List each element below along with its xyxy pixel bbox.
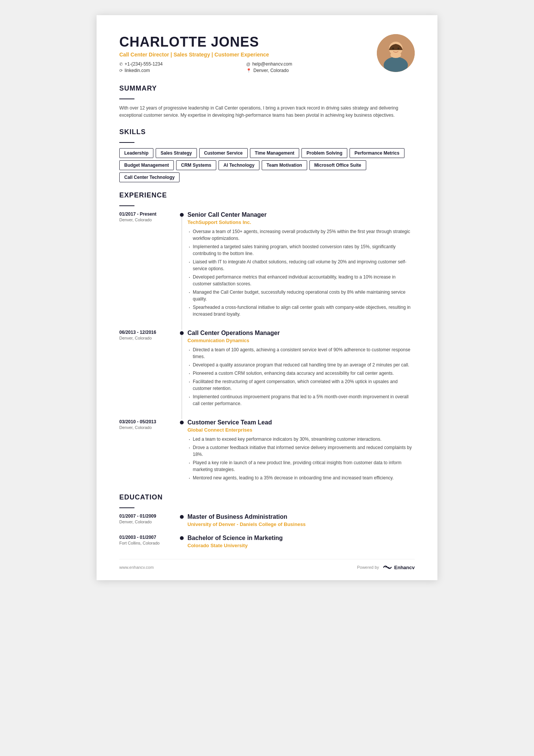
bullet-item: Facilitated the restructuring of agent c… (187, 378, 415, 392)
exp-divider (180, 211, 187, 319)
header: CHARLOTTE JONES Call Center Director | S… (119, 34, 415, 73)
experience-item: 06/2013 - 12/2016 Denver, Colorado Call … (119, 330, 415, 409)
bullet-item: Liaised with IT to integrate AI chatbot … (187, 258, 415, 272)
exp-job-title: Senior Call Center Manager (187, 211, 415, 218)
experience-section: EXPERIENCE 01/2017 - Present Denver, Col… (119, 191, 415, 483)
contact-grid: ✆ +1-(234)-555-1234 @ help@enhancv.com ⟳… (119, 61, 365, 73)
summary-section: SUMMARY With over 12 years of progressiv… (119, 85, 415, 119)
footer: www.enhancv.com Powered by Enhancv (119, 559, 415, 571)
skill-tag: Customer Service (199, 148, 248, 158)
exp-company: Global Connect Enterprises (187, 427, 415, 433)
linkedin-contact: ⟳ linkedin.com (119, 68, 239, 73)
header-left: CHARLOTTE JONES Call Center Director | S… (119, 34, 365, 73)
bullet-item: Led a team to exceed key performance ind… (187, 436, 415, 443)
edu-degree: Master of Business Administration (187, 513, 415, 520)
location-icon: 📍 (246, 68, 251, 73)
skill-tag: Leadership (119, 148, 153, 158)
phone-contact: ✆ +1-(234)-555-1234 (119, 61, 239, 67)
exp-line (181, 217, 182, 330)
exp-company: Communication Dynamics (187, 338, 415, 343)
exp-right: Senior Call Center Manager TechSupport S… (187, 211, 415, 319)
exp-dot (180, 213, 184, 217)
exp-location: Denver, Colorado (119, 425, 180, 430)
svg-point-6 (398, 48, 400, 50)
skill-tag: AI Technology (219, 160, 259, 170)
edu-date: 01/2003 - 01/2007 (119, 535, 180, 540)
edu-location: Fort Collins, Colorado (119, 541, 180, 545)
exp-divider (180, 419, 187, 483)
skill-tag: Team Motivation (262, 160, 307, 170)
edu-divider (180, 535, 187, 548)
edu-right: Master of Business Administration Univer… (187, 513, 415, 527)
experience-divider (119, 205, 134, 206)
exp-date: 06/2013 - 12/2016 (119, 330, 180, 335)
powered-by-label: Powered by (357, 565, 379, 570)
bullet-item: Played a key role in launch of a new pro… (187, 459, 415, 473)
enhancv-logo: Enhancv (382, 564, 415, 571)
footer-website: www.enhancv.com (119, 565, 154, 570)
bullet-item: Implemented continuous improvement progr… (187, 393, 415, 407)
phone-icon: ✆ (119, 62, 123, 67)
exp-location: Denver, Colorado (119, 336, 180, 340)
candidate-title: Call Center Director | Sales Strategy | … (119, 52, 365, 58)
experience-title: EXPERIENCE (119, 191, 415, 201)
bullet-item: Implemented a targeted sales training pr… (187, 243, 415, 257)
exp-left: 06/2013 - 12/2016 Denver, Colorado (119, 330, 180, 409)
svg-point-5 (392, 48, 394, 50)
summary-divider (119, 99, 134, 99)
experience-item: 03/2010 - 05/2013 Denver, Colorado Custo… (119, 419, 415, 483)
bullet-item: Oversaw a team of 150+ agents, increasin… (187, 228, 415, 242)
location-value: Denver, Colorado (253, 68, 289, 73)
exp-bullets: Directed a team of 100 agents, achieving… (187, 346, 415, 407)
education-section: EDUCATION 01/2007 - 01/2009 Denver, Colo… (119, 493, 415, 548)
exp-job-title: Customer Service Team Lead (187, 419, 415, 426)
exp-date: 01/2017 - Present (119, 211, 180, 217)
exp-divider (180, 330, 187, 409)
edu-school: University of Denver - Daniels College o… (187, 521, 415, 527)
bullet-item: Pioneered a custom CRM solution, enhanci… (187, 370, 415, 377)
exp-dot (180, 421, 184, 424)
edu-right: Bachelor of Science in Marketing Colorad… (187, 535, 415, 548)
email-contact: @ help@enhancv.com (246, 61, 365, 67)
edu-dot (180, 515, 184, 519)
bullet-item: Spearheaded a cross-functional initiativ… (187, 304, 415, 318)
exp-dot (180, 331, 184, 335)
edu-dot (180, 536, 184, 540)
linkedin-icon: ⟳ (119, 68, 123, 73)
edu-degree: Bachelor of Science in Marketing (187, 535, 415, 542)
edu-left: 01/2007 - 01/2009 Denver, Colorado (119, 513, 180, 527)
edu-school: Colorado State University (187, 543, 415, 548)
experience-item: 01/2017 - Present Denver, Colorado Senio… (119, 211, 415, 319)
bullet-item: Mentored new agents, leading to a 35% de… (187, 474, 415, 481)
skill-tag: Performance Metrics (350, 148, 404, 158)
avatar-image (377, 34, 415, 72)
exp-left: 03/2010 - 05/2013 Denver, Colorado (119, 419, 180, 483)
edu-left: 01/2003 - 01/2007 Fort Collins, Colorado (119, 535, 180, 548)
bullet-item: Developed a quality assurance program th… (187, 362, 415, 368)
summary-text: With over 12 years of progressive leader… (119, 105, 415, 119)
svg-point-4 (390, 52, 401, 58)
location-contact: 📍 Denver, Colorado (246, 68, 365, 73)
skills-section: SKILLS LeadershipSales StrategyCustomer … (119, 128, 415, 182)
skill-tag: Budget Management (119, 160, 174, 170)
exp-location: Denver, Colorado (119, 218, 180, 222)
exp-right: Call Center Operations Manager Communica… (187, 330, 415, 409)
avatar (377, 34, 415, 72)
education-item: 01/2007 - 01/2009 Denver, Colorado Maste… (119, 513, 415, 527)
exp-bullets: Led a team to exceed key performance ind… (187, 436, 415, 481)
skill-tag: Sales Strategy (156, 148, 197, 158)
skills-title: SKILLS (119, 128, 415, 138)
phone-value: +1-(234)-555-1234 (125, 61, 162, 67)
exp-bullets: Oversaw a team of 150+ agents, increasin… (187, 228, 415, 318)
skill-tag: Problem Solving (301, 148, 347, 158)
candidate-name: CHARLOTTE JONES (119, 34, 365, 50)
bullet-item: Directed a team of 100 agents, achieving… (187, 346, 415, 360)
resume-page: CHARLOTTE JONES Call Center Director | S… (97, 15, 437, 580)
exp-left: 01/2017 - Present Denver, Colorado (119, 211, 180, 319)
exp-company: TechSupport Solutions Inc. (187, 219, 415, 225)
bullet-item: Drove a customer feedback initiative tha… (187, 444, 415, 458)
education-divider (119, 507, 134, 508)
skills-divider (119, 142, 134, 143)
skill-tag: Time Management (250, 148, 299, 158)
linkedin-value: linkedin.com (125, 68, 150, 73)
